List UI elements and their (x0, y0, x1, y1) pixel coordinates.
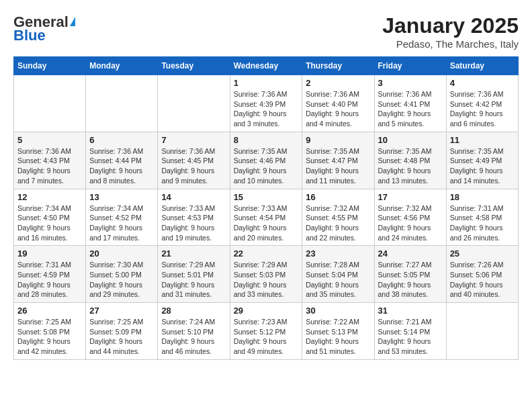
day-number: 30 (306, 306, 370, 316)
calendar-cell: 27Sunrise: 7:25 AM Sunset: 5:09 PM Dayli… (86, 303, 158, 360)
day-number: 5 (17, 135, 82, 145)
day-info: Sunrise: 7:33 AM Sunset: 4:53 PM Dayligh… (161, 203, 226, 243)
calendar-cell: 7Sunrise: 7:36 AM Sunset: 4:45 PM Daylig… (158, 132, 230, 189)
day-info: Sunrise: 7:22 AM Sunset: 5:13 PM Dayligh… (306, 317, 370, 357)
calendar-cell: 17Sunrise: 7:32 AM Sunset: 4:56 PM Dayli… (374, 189, 446, 246)
day-info: Sunrise: 7:31 AM Sunset: 4:59 PM Dayligh… (17, 260, 82, 300)
calendar-cell: 31Sunrise: 7:21 AM Sunset: 5:14 PM Dayli… (374, 303, 446, 360)
calendar-cell: 9Sunrise: 7:35 AM Sunset: 4:47 PM Daylig… (302, 132, 374, 189)
calendar-cell: 23Sunrise: 7:28 AM Sunset: 5:04 PM Dayli… (302, 246, 374, 303)
calendar-cell: 25Sunrise: 7:26 AM Sunset: 5:06 PM Dayli… (446, 246, 518, 303)
day-info: Sunrise: 7:24 AM Sunset: 5:10 PM Dayligh… (161, 317, 226, 357)
calendar-week-row: 1Sunrise: 7:36 AM Sunset: 4:39 PM Daylig… (14, 75, 519, 132)
days-of-week-row: SundayMondayTuesdayWednesdayThursdayFrid… (14, 57, 519, 75)
day-info: Sunrise: 7:33 AM Sunset: 4:54 PM Dayligh… (234, 203, 299, 243)
day-info: Sunrise: 7:32 AM Sunset: 4:56 PM Dayligh… (378, 203, 443, 243)
calendar-cell: 6Sunrise: 7:36 AM Sunset: 4:44 PM Daylig… (86, 132, 158, 189)
calendar-cell: 26Sunrise: 7:25 AM Sunset: 5:08 PM Dayli… (14, 303, 86, 360)
calendar-cell (158, 75, 230, 132)
day-number: 19 (17, 248, 82, 259)
day-info: Sunrise: 7:32 AM Sunset: 4:55 PM Dayligh… (306, 203, 370, 243)
day-number: 28 (161, 306, 226, 316)
day-number: 11 (450, 135, 515, 145)
day-info: Sunrise: 7:28 AM Sunset: 5:04 PM Dayligh… (306, 260, 370, 300)
calendar-week-row: 19Sunrise: 7:31 AM Sunset: 4:59 PM Dayli… (14, 246, 519, 303)
day-number: 12 (17, 192, 82, 202)
day-number: 8 (234, 135, 299, 145)
day-info: Sunrise: 7:35 AM Sunset: 4:46 PM Dayligh… (234, 146, 299, 186)
day-info: Sunrise: 7:27 AM Sunset: 5:05 PM Dayligh… (378, 260, 443, 300)
day-number: 18 (450, 192, 515, 202)
calendar-cell (446, 303, 518, 360)
day-info: Sunrise: 7:35 AM Sunset: 4:49 PM Dayligh… (450, 146, 515, 186)
day-info: Sunrise: 7:36 AM Sunset: 4:43 PM Dayligh… (17, 146, 82, 186)
day-info: Sunrise: 7:36 AM Sunset: 4:44 PM Dayligh… (89, 146, 154, 186)
calendar-cell: 8Sunrise: 7:35 AM Sunset: 4:46 PM Daylig… (230, 132, 302, 189)
day-number: 24 (378, 248, 443, 259)
day-number: 1 (234, 78, 299, 88)
day-of-week-header: Monday (86, 57, 158, 75)
day-number: 15 (234, 192, 299, 202)
logo: General Blue (13, 13, 75, 44)
calendar-cell (14, 75, 86, 132)
calendar-week-row: 12Sunrise: 7:34 AM Sunset: 4:50 PM Dayli… (14, 189, 519, 246)
day-number: 20 (89, 248, 154, 259)
calendar-cell: 14Sunrise: 7:33 AM Sunset: 4:53 PM Dayli… (158, 189, 230, 246)
day-number: 31 (378, 306, 443, 316)
day-of-week-header: Tuesday (158, 57, 230, 75)
day-info: Sunrise: 7:25 AM Sunset: 5:09 PM Dayligh… (89, 317, 154, 357)
title-block: January 2025 Pedaso, The Marches, Italy (382, 13, 519, 50)
calendar-cell: 5Sunrise: 7:36 AM Sunset: 4:43 PM Daylig… (14, 132, 86, 189)
day-of-week-header: Sunday (14, 57, 86, 75)
day-info: Sunrise: 7:35 AM Sunset: 4:47 PM Dayligh… (306, 146, 370, 186)
day-number: 13 (89, 192, 154, 202)
day-info: Sunrise: 7:36 AM Sunset: 4:40 PM Dayligh… (306, 89, 370, 129)
calendar-cell: 12Sunrise: 7:34 AM Sunset: 4:50 PM Dayli… (14, 189, 86, 246)
day-number: 6 (89, 135, 154, 145)
day-number: 26 (17, 306, 82, 316)
day-number: 22 (234, 248, 299, 259)
day-info: Sunrise: 7:36 AM Sunset: 4:45 PM Dayligh… (161, 146, 226, 186)
calendar-cell (86, 75, 158, 132)
calendar-cell: 20Sunrise: 7:30 AM Sunset: 5:00 PM Dayli… (86, 246, 158, 303)
calendar-cell: 24Sunrise: 7:27 AM Sunset: 5:05 PM Dayli… (374, 246, 446, 303)
calendar-cell: 16Sunrise: 7:32 AM Sunset: 4:55 PM Dayli… (302, 189, 374, 246)
calendar-cell: 3Sunrise: 7:36 AM Sunset: 4:41 PM Daylig… (374, 75, 446, 132)
day-of-week-header: Thursday (302, 57, 374, 75)
day-of-week-header: Friday (374, 57, 446, 75)
day-info: Sunrise: 7:29 AM Sunset: 5:01 PM Dayligh… (161, 260, 226, 300)
day-info: Sunrise: 7:30 AM Sunset: 5:00 PM Dayligh… (89, 260, 154, 300)
calendar-subtitle: Pedaso, The Marches, Italy (382, 38, 519, 50)
day-number: 10 (378, 135, 443, 145)
calendar-cell: 22Sunrise: 7:29 AM Sunset: 5:03 PM Dayli… (230, 246, 302, 303)
day-number: 4 (450, 78, 515, 88)
day-info: Sunrise: 7:26 AM Sunset: 5:06 PM Dayligh… (450, 260, 515, 300)
logo-icon (70, 17, 75, 26)
day-number: 3 (378, 78, 443, 88)
day-number: 23 (306, 248, 370, 259)
day-number: 14 (161, 192, 226, 202)
day-info: Sunrise: 7:31 AM Sunset: 4:58 PM Dayligh… (450, 203, 515, 243)
calendar-cell: 1Sunrise: 7:36 AM Sunset: 4:39 PM Daylig… (230, 75, 302, 132)
calendar-cell: 19Sunrise: 7:31 AM Sunset: 4:59 PM Dayli… (14, 246, 86, 303)
day-number: 29 (234, 306, 299, 316)
day-info: Sunrise: 7:25 AM Sunset: 5:08 PM Dayligh… (17, 317, 82, 357)
day-number: 17 (378, 192, 443, 202)
day-number: 25 (450, 248, 515, 259)
day-number: 9 (306, 135, 370, 145)
calendar-cell: 29Sunrise: 7:23 AM Sunset: 5:12 PM Dayli… (230, 303, 302, 360)
calendar-week-row: 26Sunrise: 7:25 AM Sunset: 5:08 PM Dayli… (14, 303, 519, 360)
calendar-cell: 28Sunrise: 7:24 AM Sunset: 5:10 PM Dayli… (158, 303, 230, 360)
calendar-cell: 10Sunrise: 7:35 AM Sunset: 4:48 PM Dayli… (374, 132, 446, 189)
calendar-title: January 2025 (382, 13, 519, 38)
day-info: Sunrise: 7:36 AM Sunset: 4:41 PM Dayligh… (378, 89, 443, 129)
day-number: 2 (306, 78, 370, 88)
calendar-cell: 18Sunrise: 7:31 AM Sunset: 4:58 PM Dayli… (446, 189, 518, 246)
calendar-cell: 11Sunrise: 7:35 AM Sunset: 4:49 PM Dayli… (446, 132, 518, 189)
logo-blue-text: Blue (13, 27, 46, 44)
day-info: Sunrise: 7:34 AM Sunset: 4:50 PM Dayligh… (17, 203, 82, 243)
day-info: Sunrise: 7:21 AM Sunset: 5:14 PM Dayligh… (378, 317, 443, 357)
page-header: General Blue January 2025 Pedaso, The Ma… (13, 13, 519, 50)
day-info: Sunrise: 7:36 AM Sunset: 4:39 PM Dayligh… (234, 89, 299, 129)
calendar-cell: 2Sunrise: 7:36 AM Sunset: 4:40 PM Daylig… (302, 75, 374, 132)
